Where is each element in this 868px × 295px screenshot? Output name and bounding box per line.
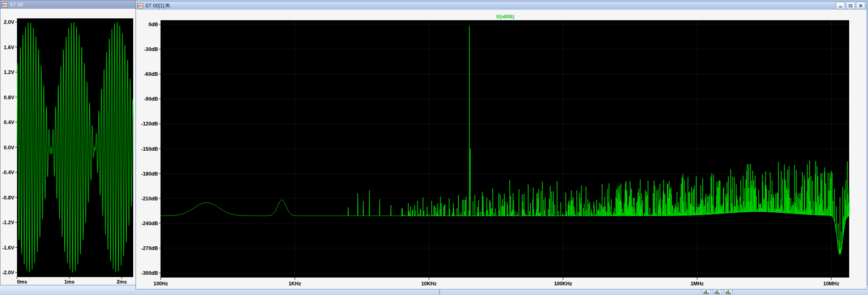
y-axis-tick-label: -90dB — [144, 96, 158, 102]
fft-window-titlebar[interactable]: ST 00[1].fft — [136, 1, 867, 10]
fft-window: ST 00[1].fft 0dB-30dB-60dB-90dB-120dB-15… — [135, 1, 867, 289]
x-axis-tick-label: 1MHz — [691, 281, 704, 286]
y-axis-tick-label: -1.6V — [2, 245, 15, 250]
time-window-title: ST 00 — [10, 0, 23, 9]
fft-window-title: ST 00[1].fft — [145, 1, 169, 10]
x-axis-tick-label: 0ms — [17, 279, 27, 284]
y-axis-tick-label: 0.4V — [4, 119, 14, 125]
y-axis-tick-label: 0.0V — [4, 145, 14, 150]
y-axis-tick-label: 0dB — [148, 22, 158, 27]
y-axis-tick-label: 1.2V — [4, 69, 14, 75]
y-axis-tick-label: -2.0V — [2, 270, 15, 275]
time-domain-window: ST 00 2.0V1.6V1.2V0.8V0.4V0.0V-0.4V-0.8V… — [0, 0, 136, 285]
y-axis-tick-label: 1.6V — [4, 45, 14, 50]
y-axis-tick-label: -60dB — [144, 71, 158, 77]
time-window-titlebar[interactable]: ST 00 — [0, 0, 135, 9]
x-axis-tick-label: 100KHz — [554, 281, 572, 286]
x-axis-tick-label: 1ms — [64, 279, 74, 284]
y-axis-tick-label: -30dB — [144, 46, 158, 52]
fft-trace-title[interactable]: V(n005) — [496, 14, 514, 19]
desktop: ST 00 2.0V1.6V1.2V0.8V0.4V0.0V-0.4V-0.8V… — [0, 0, 868, 295]
y-axis-tick-label: -0.4V — [2, 170, 15, 175]
x-axis-tick-label: 2ms — [117, 279, 127, 284]
y-axis-tick-label: -300dB — [141, 270, 158, 276]
y-axis-tick-label: -1.2V — [2, 220, 15, 225]
ltspice-waveform-icon[interactable] — [2, 2, 8, 7]
time-plot[interactable]: 2.0V1.6V1.2V0.8V0.4V0.0V-0.4V-0.8V-1.2V-… — [0, 9, 135, 285]
y-axis-tick-label: -120dB — [141, 121, 158, 126]
fft-plot[interactable]: 0dB-30dB-60dB-90dB-120dB-150dB-180dB-210… — [136, 10, 867, 289]
minimize-button[interactable] — [836, 2, 845, 9]
y-axis-tick-label: 2.0V — [4, 19, 14, 25]
y-axis-tick-label: -0.8V — [2, 195, 15, 200]
x-axis-tick-label: 10KHz — [421, 281, 437, 286]
y-axis-tick-label: -270dB — [141, 245, 158, 251]
ltspice-waveform-icon[interactable] — [137, 3, 143, 8]
x-axis-tick-label: 100Hz — [153, 281, 168, 286]
y-axis-tick-label: -180dB — [141, 171, 158, 176]
x-axis-tick-label: 10MHz — [823, 281, 840, 286]
y-axis-tick-label: -210dB — [141, 196, 158, 201]
window-controls — [835, 2, 865, 9]
x-axis-tick-label: 1KHz — [288, 281, 301, 286]
y-axis-tick-label: -240dB — [141, 221, 158, 226]
y-axis-tick-label: -150dB — [141, 146, 158, 152]
maximize-button[interactable] — [846, 2, 855, 9]
y-axis-tick-label: 0.8V — [4, 95, 14, 100]
close-button[interactable] — [856, 2, 865, 9]
